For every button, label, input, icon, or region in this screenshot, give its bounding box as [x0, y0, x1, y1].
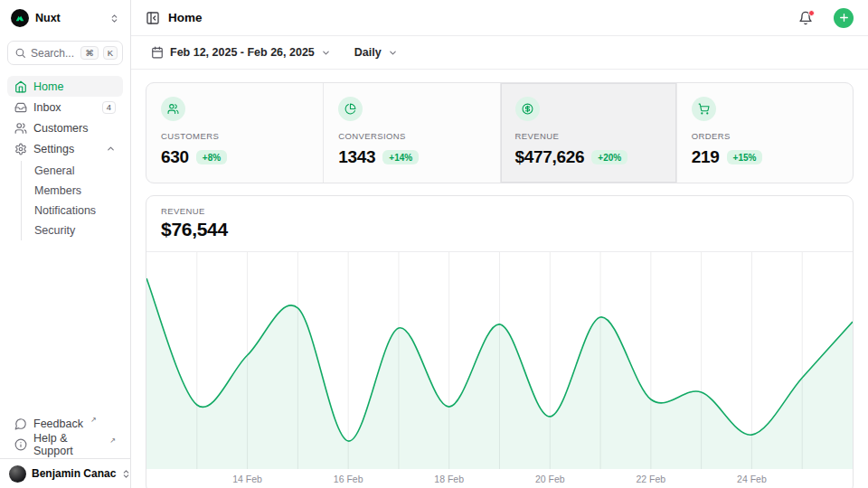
sidebar-item-home[interactable]: Home: [7, 76, 123, 97]
pie-chart-icon: [338, 97, 363, 121]
x-axis-tick-label: 20 Feb: [535, 474, 565, 484]
sidebar-footer: Feedback ↗ Help & Support ↗: [0, 413, 130, 458]
stat-delta-badge: +15%: [727, 150, 763, 164]
sidebar-item-security[interactable]: Security: [31, 221, 123, 240]
settings-sub-list: General Members Notifications Security: [21, 161, 123, 240]
chart-value: $76,544: [161, 219, 838, 240]
external-link-icon: ↗: [90, 416, 97, 424]
message-circle-icon: [14, 418, 27, 430]
page-title: Home: [168, 11, 790, 24]
gear-icon: [14, 143, 27, 155]
dollar-circle-icon: [515, 97, 540, 121]
user-name: Benjamin Canac: [32, 467, 116, 480]
x-axis-tick-label: 16 Feb: [334, 474, 363, 484]
workspace-switcher[interactable]: Nuxt: [0, 0, 130, 36]
sidebar-item-label: Inbox: [33, 101, 61, 114]
stat-card-orders[interactable]: ORDERS 219 +15%: [676, 83, 853, 183]
period-select[interactable]: Daily: [349, 42, 403, 62]
stat-card-conversions[interactable]: CONVERSIONS 1343 +14%: [323, 83, 499, 183]
inbox-icon: [14, 101, 27, 114]
stat-card-revenue[interactable]: REVENUE $477,626 +20%: [500, 83, 676, 183]
sidebar-item-label: Customers: [33, 122, 88, 135]
stat-label: ORDERS: [692, 131, 838, 141]
sidebar: Nuxt Search... ⌘ K Home Inbox 4: [0, 0, 131, 488]
sidebar-item-label: Home: [33, 80, 63, 93]
collapse-sidebar-icon[interactable]: [146, 11, 160, 25]
stat-value: 219: [692, 147, 720, 167]
revenue-chart-svg: [146, 252, 853, 469]
sidebar-item-members[interactable]: Members: [31, 181, 123, 201]
stat-label: REVENUE: [515, 131, 662, 141]
revenue-chart-panel: REVENUE $76,544 14 Feb16 Feb18 Feb20 Feb…: [146, 195, 854, 488]
chevron-down-icon: [388, 48, 398, 58]
stat-delta-badge: +8%: [196, 150, 227, 164]
x-axis-tick-label: 22 Feb: [636, 474, 665, 484]
stat-value: $477,626: [515, 147, 585, 167]
date-range-picker[interactable]: Feb 12, 2025 - Feb 26, 2025: [146, 42, 336, 62]
chart-header: REVENUE $76,544: [146, 196, 853, 252]
date-range-value: Feb 12, 2025 - Feb 26, 2025: [170, 46, 315, 59]
stat-label: CONVERSIONS: [338, 131, 485, 141]
users-icon: [161, 97, 185, 121]
sidebar-item-notifications[interactable]: Notifications: [31, 201, 123, 221]
x-axis-labels: 14 Feb16 Feb18 Feb20 Feb22 Feb24 Feb: [146, 469, 853, 488]
info-circle-icon: [14, 438, 27, 451]
kbd-command: ⌘: [80, 46, 99, 60]
stat-card-customers[interactable]: CUSTOMERS 630 +8%: [146, 83, 323, 183]
stat-value: 630: [161, 147, 189, 167]
sidebar-item-inbox[interactable]: Inbox 4: [7, 97, 123, 117]
filters-toolbar: Feb 12, 2025 - Feb 26, 2025 Daily: [131, 36, 868, 70]
kbd-k: K: [103, 46, 118, 60]
notifications-button[interactable]: [798, 11, 813, 25]
workspace-name: Nuxt: [35, 12, 103, 24]
x-axis-tick-label: 14 Feb: [232, 474, 262, 484]
users-icon: [14, 122, 27, 135]
search-input[interactable]: Search... ⌘ K: [7, 41, 123, 65]
chart-label: REVENUE: [161, 206, 838, 216]
chevrons-up-down-icon: [121, 469, 131, 479]
external-link-icon: ↗: [109, 436, 116, 445]
stat-delta-badge: +20%: [591, 150, 627, 164]
period-value: Daily: [354, 46, 382, 59]
stats-panel: CUSTOMERS 630 +8% CONVERSIONS 1343 +14%: [146, 82, 854, 183]
nuxt-logo-icon: [11, 9, 29, 27]
stat-label: CUSTOMERS: [161, 131, 308, 141]
x-axis-tick-label: 24 Feb: [737, 474, 767, 484]
dashboard-content: CUSTOMERS 630 +8% CONVERSIONS 1343 +14%: [131, 70, 868, 488]
avatar: [9, 465, 26, 483]
plus-icon: [838, 12, 850, 23]
main-area: Home Feb 12, 2025 - Feb 26, 2025 Daily: [131, 0, 868, 488]
stat-delta-badge: +14%: [382, 150, 419, 164]
inbox-count-badge: 4: [102, 101, 116, 114]
chart-plot-area[interactable]: [146, 252, 853, 469]
sidebar-nav: Home Inbox 4 Customers Settings: [0, 69, 130, 240]
chevron-up-icon: [106, 144, 116, 154]
sidebar-item-help-support[interactable]: Help & Support ↗: [7, 434, 123, 455]
sidebar-item-general[interactable]: General: [31, 161, 123, 181]
calendar-icon: [151, 46, 164, 59]
sidebar-item-settings[interactable]: Settings: [7, 138, 123, 159]
notification-dot: [808, 10, 815, 16]
search-icon: [14, 47, 26, 59]
user-menu[interactable]: Benjamin Canac: [0, 458, 130, 488]
sidebar-item-customers[interactable]: Customers: [7, 117, 123, 138]
sidebar-item-label: Help & Support: [33, 432, 102, 457]
sidebar-item-label: Feedback: [33, 418, 83, 430]
chevrons-up-down-icon: [109, 14, 119, 23]
add-button[interactable]: [834, 8, 854, 28]
search-placeholder: Search...: [31, 47, 76, 60]
x-axis-tick-label: 18 Feb: [434, 474, 464, 484]
home-icon: [14, 80, 27, 93]
sidebar-item-label: Settings: [33, 143, 74, 155]
stat-value: 1343: [338, 147, 375, 167]
page-header: Home: [131, 0, 868, 36]
chevron-down-icon: [321, 48, 331, 58]
shopping-cart-icon: [692, 97, 716, 121]
